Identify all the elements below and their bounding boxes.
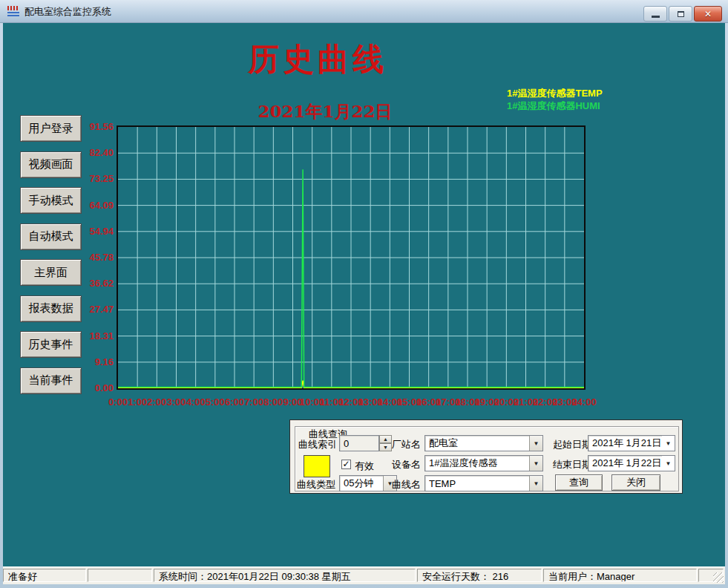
sidebar-button-6[interactable]: 历史事件 [20, 331, 82, 358]
x-tick-label: 3:00 [166, 396, 186, 408]
x-tick-label: 8:00 [263, 396, 283, 408]
y-tick-label: 82.40 [73, 147, 114, 159]
curve-index-label: 曲线索引 [298, 438, 337, 451]
device-combobox[interactable]: 1#温湿度传感器 ▼ [424, 455, 543, 471]
start-date-label: 起始日期 [553, 438, 591, 451]
x-tick-label: 1:00 [128, 396, 147, 408]
app-icon [7, 6, 20, 17]
history-chart [117, 125, 586, 390]
curve-query-groupbox: 曲线查询 曲线索引 0 ▲ ▼ 厂站名 配电室 ▼ 起始日期 2021年 1月2… [295, 426, 679, 491]
station-combobox[interactable]: 配电室 ▼ [424, 435, 543, 451]
sidebar-button-7[interactable]: 当前事件 [20, 368, 82, 394]
curve-index-input[interactable]: 0 [339, 435, 379, 451]
legend-item-0: 1#温湿度传感器TEMP [507, 87, 603, 99]
valid-label: 有效 [355, 460, 374, 473]
close-panel-button[interactable]: 关闭 [611, 474, 660, 491]
start-date-picker[interactable]: 2021年 1月21日 ▼ [588, 435, 675, 451]
maximize-button[interactable] [669, 6, 692, 22]
curve-color-swatch[interactable] [304, 455, 330, 477]
minimize-icon [652, 16, 660, 18]
curve-type-combobox[interactable]: 05分钟 ▼ [339, 475, 397, 491]
close-icon: ✕ [704, 9, 712, 19]
curve-type-label: 曲线类型 [297, 478, 335, 491]
maximize-icon [678, 11, 684, 17]
legend-item-1: 1#温湿度传感器HUMI [507, 99, 603, 112]
minimize-button[interactable] [643, 6, 667, 22]
chart-legend: 1#温湿度传感器TEMP1#温湿度传感器HUMI [507, 87, 603, 112]
chevron-down-icon[interactable]: ▼ [529, 476, 542, 491]
window-title: 配电室综合监控系统 [24, 5, 111, 19]
sidebar-button-5[interactable]: 报表数据 [20, 295, 82, 322]
status-safe-days: 安全运行天数： 216 [417, 569, 542, 582]
y-tick-label: 36.62 [73, 278, 114, 290]
close-button[interactable]: ✕ [694, 6, 722, 22]
chevron-down-icon[interactable]: ▼ [529, 456, 542, 471]
sidebar-button-2[interactable]: 手动模式 [20, 187, 82, 214]
sidebar-button-3[interactable]: 自动模式 [20, 223, 82, 250]
sidebar-button-1[interactable]: 视频画面 [20, 151, 82, 178]
end-date-label: 结束日期 [553, 458, 591, 471]
status-ready: 准备好 [3, 569, 86, 582]
x-tick-label: 24:00 [571, 396, 596, 408]
x-tick-label: 2:00 [147, 396, 166, 408]
y-tick-label: 45.78 [73, 252, 114, 264]
status-current-user: 当前用户：Manager [543, 569, 697, 582]
y-tick-label: 73.25 [73, 173, 114, 185]
x-tick-label: 4:00 [186, 396, 206, 408]
y-tick-label: 0.00 [73, 382, 114, 394]
y-tick-label: 27.47 [73, 304, 114, 316]
spin-up-icon[interactable]: ▲ [379, 435, 392, 443]
spin-down-icon[interactable]: ▼ [379, 443, 392, 451]
title-bar: 配电室综合监控系统 ✕ [0, 0, 728, 23]
chart-date: 2021年1月22日 [206, 100, 444, 123]
sidebar-button-4[interactable]: 主界面 [20, 259, 82, 286]
x-tick-label: 5:00 [206, 396, 225, 408]
x-tick-label: 6:00 [225, 396, 244, 408]
y-tick-label: 18.31 [73, 330, 114, 342]
chart-canvas [118, 127, 584, 388]
resize-grip[interactable] [713, 572, 724, 583]
valid-checkbox[interactable]: ✓ [341, 460, 351, 469]
chevron-down-icon[interactable]: ▼ [529, 436, 542, 451]
curve-name-label: 曲线名 [392, 478, 421, 491]
sidebar: 用户登录视频画面手动模式自动模式主界面报表数据历史事件当前事件 [20, 115, 82, 394]
device-label: 设备名 [392, 458, 421, 471]
end-date-picker[interactable]: 2021年 1月22日 ▼ [588, 455, 675, 471]
app-window: 配电室综合监控系统 ✕ 历史曲线 2021年1月22日 1#温湿度传感器TEMP… [0, 0, 728, 588]
page-title: 历史曲线 [206, 39, 429, 80]
station-label: 厂站名 [392, 438, 421, 451]
y-tick-label: 64.09 [73, 200, 114, 212]
curve-index-spinner[interactable]: ▲ ▼ [379, 435, 392, 451]
y-tick-label: 91.56 [73, 121, 114, 133]
y-tick-label: 9.16 [73, 356, 114, 368]
status-empty [88, 569, 152, 582]
sidebar-button-0[interactable]: 用户登录 [20, 115, 82, 142]
x-tick-label: 7:00 [244, 396, 263, 408]
status-system-time: 系统时间：2021年01月22日 09:30:38 星期五 [154, 569, 416, 582]
query-button[interactable]: 查询 [555, 474, 603, 491]
curve-query-panel: 曲线查询 曲线索引 0 ▲ ▼ 厂站名 配电室 ▼ 起始日期 2021年 1月2… [289, 419, 683, 494]
curve-name-combobox[interactable]: TEMP ▼ [424, 475, 543, 491]
status-bar: 准备好 系统时间：2021年01月22日 09:30:38 星期五 安全运行天数… [3, 566, 725, 584]
chevron-down-icon[interactable]: ▼ [662, 436, 675, 451]
x-tick-label: 0:00 [108, 396, 128, 408]
chevron-down-icon[interactable]: ▼ [662, 456, 675, 471]
y-tick-label: 54.94 [73, 226, 114, 238]
